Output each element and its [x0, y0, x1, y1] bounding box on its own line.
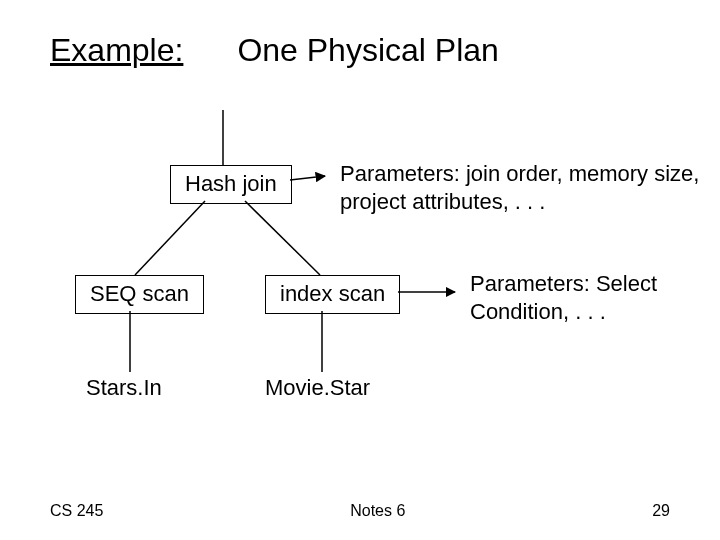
slide-title-row: Example: One Physical Plan	[50, 32, 499, 69]
svg-line-1	[135, 201, 205, 275]
node-movie-star: Movie.Star	[265, 375, 370, 401]
slide-footer: CS 245 Notes 6 29	[0, 502, 720, 520]
title-example: Example:	[50, 32, 183, 69]
node-index-scan: index scan	[265, 275, 400, 314]
annotation-index-scan-params: Parameters: Select Condition, . . .	[470, 270, 700, 325]
footer-course: CS 245	[50, 502, 103, 520]
node-index-scan-label: index scan	[280, 281, 385, 306]
node-stars-in: Stars.In	[86, 375, 162, 401]
svg-line-5	[290, 176, 325, 180]
node-seq-scan: SEQ scan	[75, 275, 204, 314]
title-main: One Physical Plan	[237, 32, 498, 69]
node-hash-join-label: Hash join	[185, 171, 277, 196]
annotation-hash-join-params: Parameters: join order, memory size, pro…	[340, 160, 710, 215]
footer-notes: Notes 6	[350, 502, 405, 520]
footer-page-number: 29	[652, 502, 670, 520]
node-seq-scan-label: SEQ scan	[90, 281, 189, 306]
node-hash-join: Hash join	[170, 165, 292, 204]
svg-line-2	[245, 201, 320, 275]
